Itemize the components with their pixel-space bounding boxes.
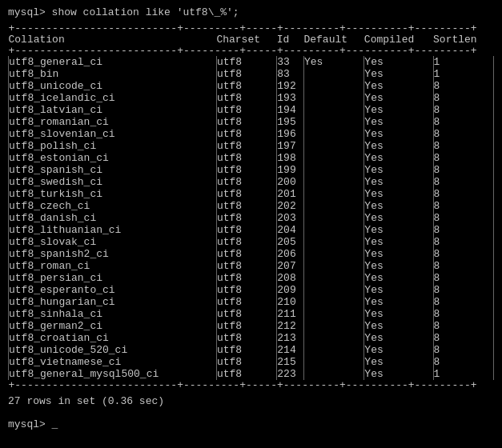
cell-sortlen-18: 8 — [433, 272, 493, 284]
cell-compiled-4: Yes — [364, 104, 433, 116]
cell-collation-22: utf8_german2_ci — [9, 320, 217, 332]
cell-charset-23: utf8 — [216, 332, 276, 344]
cell-charset-25: utf8 — [216, 356, 276, 368]
cell-charset-20: utf8 — [216, 296, 276, 308]
cell-charset-5: utf8 — [216, 116, 276, 128]
cell-id-22: 212 — [277, 320, 304, 332]
cell-charset-4: utf8 — [216, 104, 276, 116]
cell-default-2 — [303, 80, 363, 92]
cell-sortlen-22: 8 — [433, 320, 493, 332]
table-row: utf8_roman_ci utf8 207 Yes 8 — [9, 260, 494, 272]
cell-compiled-5: Yes — [364, 116, 433, 128]
cell-default-14 — [303, 224, 363, 236]
cell-charset-10: utf8 — [216, 176, 276, 188]
cell-default-20 — [303, 296, 363, 308]
table-row: utf8_slovak_ci utf8 205 Yes 8 — [9, 236, 494, 248]
cell-id-9: 199 — [277, 164, 304, 176]
cell-charset-0: utf8 — [216, 56, 276, 68]
cell-id-25: 215 — [277, 356, 304, 368]
cell-default-24 — [303, 344, 363, 356]
cell-compiled-22: Yes — [364, 320, 433, 332]
cell-collation-23: utf8_croatian_ci — [9, 332, 217, 344]
cell-sortlen-13: 8 — [433, 212, 493, 224]
cell-id-19: 209 — [277, 284, 304, 296]
table-container: +--------------------------+---------+--… — [8, 23, 494, 390]
cell-default-7 — [303, 140, 363, 152]
cell-collation-21: utf8_sinhala_ci — [9, 308, 217, 320]
cell-charset-19: utf8 — [216, 284, 276, 296]
cell-default-22 — [303, 320, 363, 332]
cell-compiled-18: Yes — [364, 272, 433, 284]
cell-default-3 — [303, 92, 363, 104]
table-row: utf8_hungarian_ci utf8 210 Yes 8 — [9, 296, 494, 308]
result-info: 27 rows in set (0.36 sec) — [8, 395, 494, 407]
cell-id-11: 201 — [277, 188, 304, 200]
cell-default-0: Yes — [303, 56, 363, 68]
cell-collation-5: utf8_romanian_ci — [9, 116, 217, 128]
cell-id-0: 33 — [277, 56, 304, 68]
table-row: utf8_persian_ci utf8 208 Yes 8 — [9, 272, 494, 284]
cell-charset-7: utf8 — [216, 140, 276, 152]
table-row: utf8_turkish_ci utf8 201 Yes 8 — [9, 188, 494, 200]
cell-id-23: 213 — [277, 332, 304, 344]
table-row: utf8_sinhala_ci utf8 211 Yes 8 — [9, 308, 494, 320]
cell-charset-21: utf8 — [216, 308, 276, 320]
cell-collation-20: utf8_hungarian_ci — [9, 296, 217, 308]
cell-default-4 — [303, 104, 363, 116]
cell-sortlen-10: 8 — [433, 176, 493, 188]
cell-sortlen-25: 8 — [433, 356, 493, 368]
cell-compiled-7: Yes — [364, 140, 433, 152]
cell-default-26 — [303, 368, 363, 380]
cell-id-17: 207 — [277, 260, 304, 272]
table-row: utf8_esperanto_ci utf8 209 Yes 8 — [9, 284, 494, 296]
table-row: utf8_spanish_ci utf8 199 Yes 8 — [9, 164, 494, 176]
cell-id-24: 214 — [277, 344, 304, 356]
cell-id-20: 210 — [277, 296, 304, 308]
cell-charset-2: utf8 — [216, 80, 276, 92]
cell-compiled-15: Yes — [364, 236, 433, 248]
table-row: utf8_slovenian_ci utf8 196 Yes 8 — [9, 128, 494, 140]
cell-default-8 — [303, 152, 363, 164]
cell-sortlen-19: 8 — [433, 284, 493, 296]
cell-collation-17: utf8_roman_ci — [9, 260, 217, 272]
cell-id-6: 196 — [277, 128, 304, 140]
cell-collation-11: utf8_turkish_ci — [9, 188, 217, 200]
cell-sortlen-17: 8 — [433, 260, 493, 272]
cell-sortlen-3: 8 — [433, 92, 493, 104]
cell-id-10: 200 — [277, 176, 304, 188]
cell-sortlen-16: 8 — [433, 248, 493, 260]
cell-compiled-20: Yes — [364, 296, 433, 308]
cell-collation-3: utf8_icelandic_ci — [9, 92, 217, 104]
cell-default-21 — [303, 308, 363, 320]
table-row: utf8_swedish_ci utf8 200 Yes 8 — [9, 176, 494, 188]
table-row: utf8_vietnamese_ci utf8 215 Yes 8 — [9, 356, 494, 368]
cell-collation-6: utf8_slovenian_ci — [9, 128, 217, 140]
cell-compiled-11: Yes — [364, 188, 433, 200]
cell-charset-3: utf8 — [216, 92, 276, 104]
cell-id-26: 223 — [277, 368, 304, 380]
cell-compiled-26: Yes — [364, 368, 433, 380]
cell-sortlen-8: 8 — [433, 152, 493, 164]
table-row: utf8_lithuanian_ci utf8 204 Yes 8 — [9, 224, 494, 236]
cell-default-5 — [303, 116, 363, 128]
cell-sortlen-20: 8 — [433, 296, 493, 308]
cell-compiled-19: Yes — [364, 284, 433, 296]
cell-collation-15: utf8_slovak_ci — [9, 236, 217, 248]
prompt-line: mysql> _ — [8, 418, 494, 430]
cell-id-1: 83 — [277, 68, 304, 80]
cell-compiled-16: Yes — [364, 248, 433, 260]
cell-compiled-24: Yes — [364, 344, 433, 356]
table-row: utf8_estonian_ci utf8 198 Yes 8 — [9, 152, 494, 164]
table-row: utf8_unicode_520_ci utf8 214 Yes 8 — [9, 344, 494, 356]
cell-collation-9: utf8_spanish_ci — [9, 164, 217, 176]
cell-default-1 — [303, 68, 363, 80]
cell-id-18: 208 — [277, 272, 304, 284]
cell-default-6 — [303, 128, 363, 140]
cell-charset-24: utf8 — [216, 344, 276, 356]
cell-compiled-6: Yes — [364, 128, 433, 140]
cell-id-4: 194 — [277, 104, 304, 116]
cell-id-15: 205 — [277, 236, 304, 248]
table-row: utf8_latvian_ci utf8 194 Yes 8 — [9, 104, 494, 116]
cell-id-12: 202 — [277, 200, 304, 212]
col-header-collation: Collation — [9, 34, 217, 46]
